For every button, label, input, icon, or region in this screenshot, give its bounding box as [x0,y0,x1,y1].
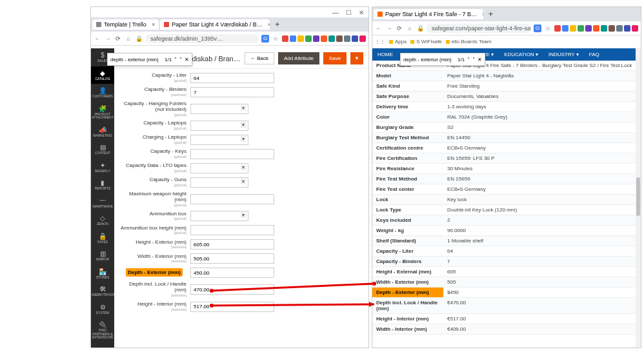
sidebar-item-marketing[interactable]: 📣MARKETING [91,123,114,141]
back-icon[interactable]: ← [375,24,383,32]
extension-icon[interactable] [313,35,319,42]
field-input[interactable] [190,302,274,312]
field-input[interactable] [190,239,274,249]
extension-icon[interactable] [601,25,607,32]
field-input[interactable] [190,87,274,97]
extension-icon[interactable] [632,25,638,32]
add-attribute-button[interactable]: Add Attribute [278,52,319,64]
close-button[interactable]: ✕ [357,9,366,16]
find-input[interactable] [110,57,162,63]
save-button[interactable]: Save [323,52,347,64]
extension-icon[interactable] [616,25,623,32]
sidebar-item-content[interactable]: ▤CONTENT [91,141,114,159]
close-tab-icon[interactable]: × [482,11,483,17]
translate-icon[interactable]: G [534,24,541,32]
bookmark-item[interactable]: S WIFIsafe [410,39,442,44]
browser-tab[interactable]: Paper Star Light 4 Værdiskab / B…× [160,19,270,30]
extension-icon[interactable] [570,25,576,32]
new-tab-button[interactable]: + [271,20,283,29]
field-select[interactable] [190,104,248,114]
field-select[interactable] [190,135,248,145]
extension-icon[interactable] [359,35,366,42]
home-icon[interactable]: ⌂ [406,24,414,32]
bookmark-item[interactable]: Apps [389,39,407,44]
field-input[interactable] [190,268,274,278]
field-select[interactable] [190,177,248,188]
extension-icon[interactable] [344,35,350,42]
extension-icon[interactable] [593,25,599,32]
back-button[interactable]: ← Back [245,52,274,64]
extension-icon[interactable] [624,25,630,32]
find-close-icon[interactable]: ✕ [185,57,189,63]
sidebar-item-smartwave[interactable]: 〰SMARTWAVE [91,194,114,212]
field-input[interactable] [190,149,274,159]
field-input[interactable] [190,284,274,295]
bookmark-item[interactable]: ello Boards Team [446,39,492,44]
extension-icon[interactable] [585,25,592,32]
sidebar-item-safes[interactable]: 🔒SAFES [91,230,114,248]
sidebar-item-zenon[interactable]: ◇ZENON [91,211,114,230]
scrollbar[interactable] [636,48,641,347]
extension-icon[interactable] [328,35,335,42]
nav-item[interactable]: EDUCATION ▾ [499,48,543,61]
sidebar-item-webbytroops[interactable]: 🛠WEBBYTROOPS [91,282,114,300]
url-field[interactable]: safegear.com/paper-star-light-4-fire-saf… [427,24,531,33]
forward-icon[interactable]: → [104,35,112,43]
new-tab-button[interactable]: + [485,10,497,19]
field-select[interactable] [190,121,248,131]
sidebar-item-stores[interactable]: 🏪STORES [91,265,114,283]
url-field[interactable]: safegear.dk/admin_1395v… [145,34,259,43]
find-input[interactable] [403,57,455,63]
save-dropdown-button[interactable]: ▼ [350,52,363,64]
extension-icon[interactable] [562,25,569,32]
extension-icon[interactable] [305,35,312,42]
nav-item[interactable]: HOME [372,48,398,61]
extension-icon[interactable] [297,35,304,42]
sidebar-item-find-partners-extensions[interactable]: 🔌FIND PARTNERS & EXTENSIONS [91,318,114,343]
close-tab-icon[interactable]: × [152,21,155,28]
browser-tab[interactable]: Template | Trello× [92,19,159,30]
sidebar-item-customers[interactable]: 👤CUSTOMERS [91,84,114,102]
field-input[interactable] [190,225,274,235]
reload-icon[interactable]: ⟳ [114,35,122,43]
extension-icon[interactable] [336,35,343,42]
extension-icon[interactable] [578,25,584,32]
sidebar-item-product-attachment[interactable]: 🧩PRODUCT ATTACHMENT [91,102,114,123]
star-icon[interactable]: ☆ [272,35,279,43]
extension-icon[interactable] [321,35,327,42]
browser-tab[interactable]: Paper Star Light 4 Fire Safe - 7 B…× [374,9,483,19]
folder-icon [389,40,393,44]
sidebar-item-catalog[interactable]: ◆CATALOG [91,66,114,84]
field-input[interactable] [190,194,274,204]
field-input[interactable] [190,73,274,83]
reload-icon[interactable]: ⟳ [396,24,403,32]
back-icon[interactable]: ← [94,35,101,43]
nav-item[interactable]: FAQ [584,48,605,61]
home-icon[interactable]: ⌂ [125,35,132,43]
maximize-button[interactable]: ☐ [344,9,353,16]
extension-icon[interactable] [554,25,561,32]
find-next-icon[interactable]: ˅ [472,57,475,63]
minimize-button[interactable]: — [331,9,340,16]
nav-item[interactable]: INDUSTRY ▾ [543,48,584,61]
sidebar-item-mirror[interactable]: ▥MIRROR [91,247,114,265]
translate-icon[interactable]: G [261,35,269,43]
find-next-icon[interactable]: ˅ [179,57,182,63]
forward-icon[interactable]: → [385,24,393,32]
star-icon[interactable]: ☆ [544,24,552,32]
sidebar-item-reports[interactable]: ▮REPORTS [91,176,114,194]
field-input[interactable] [190,253,274,264]
field-select[interactable] [190,163,248,173]
find-close-icon[interactable]: ✕ [478,57,482,63]
extension-icon[interactable] [352,35,358,42]
find-prev-icon[interactable]: ˄ [467,57,470,63]
apps-icon[interactable]: ⋮⋮ [375,39,385,44]
field-select[interactable] [190,211,248,221]
close-tab-icon[interactable]: × [268,21,270,28]
find-prev-icon[interactable]: ˄ [174,57,177,63]
extension-icon[interactable] [282,35,288,42]
extension-icon[interactable] [609,25,615,32]
sidebar-item-magefly[interactable]: ✦MAGEFLY [91,159,114,177]
sidebar-item-system[interactable]: ⚙SYSTEM [91,300,114,318]
extension-icon[interactable] [290,35,296,42]
